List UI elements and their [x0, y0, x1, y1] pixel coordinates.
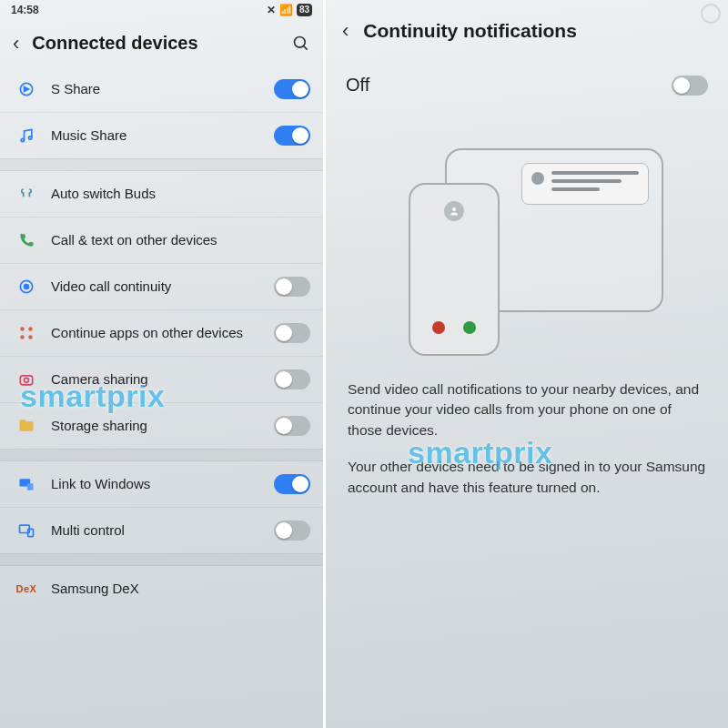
toggle-music-share[interactable] — [274, 126, 310, 146]
battery-icon: 83 — [297, 4, 312, 16]
svg-point-8 — [28, 327, 33, 331]
item-samsung-dex[interactable]: DeX Samsung DeX — [0, 566, 323, 612]
toggle-camera-sharing[interactable] — [274, 369, 310, 389]
item-music-share[interactable]: Music Share — [0, 112, 323, 158]
toggle-continue-apps[interactable] — [274, 323, 310, 343]
corner-circle — [701, 4, 721, 24]
item-label: S Share — [51, 81, 259, 98]
search-icon[interactable] — [292, 35, 310, 53]
phone-graphic — [409, 183, 500, 356]
master-toggle-row[interactable]: Off — [326, 58, 728, 117]
item-label: Video call continuity — [51, 278, 259, 296]
svg-point-4 — [29, 136, 32, 139]
description-p1: Send video call notifications to your ne… — [348, 379, 706, 440]
item-link-windows[interactable]: Link to Windows — [0, 461, 323, 507]
toggle-s-share[interactable] — [274, 79, 310, 99]
windows-icon — [16, 474, 36, 494]
section-divider — [0, 158, 323, 171]
svg-point-6 — [25, 285, 29, 289]
toggle-storage-sharing[interactable] — [274, 416, 310, 436]
illustration — [326, 117, 728, 367]
toggle-link-windows[interactable] — [274, 474, 310, 494]
folder-icon — [16, 416, 36, 436]
status-time: 14:58 — [11, 4, 39, 16]
vibrate-icon: ✕ — [267, 4, 276, 16]
svg-line-1 — [304, 46, 308, 49]
item-label: Continue apps on other devices — [51, 325, 259, 342]
video-icon — [16, 277, 36, 297]
item-label: Call & text on other devices — [51, 232, 310, 249]
item-auto-switch-buds[interactable]: Auto switch Buds — [0, 171, 323, 217]
camera-icon — [16, 369, 36, 389]
notification-graphic — [521, 163, 649, 205]
left-panel: 14:58 ✕ 📶 83 ‹ Connected devices S Share… — [0, 0, 326, 728]
item-label: Camera sharing — [51, 371, 259, 389]
svg-point-3 — [21, 138, 24, 141]
item-label: Auto switch Buds — [51, 186, 310, 203]
svg-point-7 — [20, 327, 25, 331]
toggle-video-continuity[interactable] — [274, 277, 310, 297]
page-title: Continuity notifications — [363, 20, 576, 42]
item-label: Samsung DeX — [51, 581, 310, 598]
avatar-icon — [444, 201, 464, 221]
svg-point-10 — [28, 335, 33, 339]
svg-rect-11 — [20, 376, 32, 385]
description: Send video call notifications to your ne… — [326, 367, 728, 527]
item-continue-apps[interactable]: Continue apps on other devices — [0, 309, 323, 356]
svg-point-17 — [452, 207, 456, 211]
right-header: ‹ Continuity notifications — [326, 0, 728, 58]
svg-point-12 — [25, 378, 29, 382]
svg-rect-14 — [27, 483, 34, 490]
status-icons: ✕ 📶 83 — [267, 4, 312, 16]
item-call-text[interactable]: Call & text on other devices — [0, 217, 323, 263]
back-icon[interactable]: ‹ — [13, 34, 19, 54]
music-icon — [16, 126, 36, 146]
toggle-state-label: Off — [346, 75, 369, 96]
svg-point-9 — [20, 335, 25, 339]
signal-icon: 📶 — [279, 4, 293, 16]
page-title: Connected devices — [32, 33, 279, 54]
item-video-continuity[interactable]: Video call continuity — [0, 263, 323, 309]
back-icon[interactable]: ‹ — [342, 21, 349, 41]
decline-icon — [432, 321, 445, 334]
item-label: Multi control — [51, 522, 259, 540]
section-divider — [0, 553, 323, 566]
phone-icon — [16, 230, 36, 250]
description-p2: Your other devices need to be signed in … — [348, 457, 706, 498]
section-divider — [0, 449, 323, 461]
master-toggle[interactable] — [672, 76, 708, 96]
item-label: Link to Windows — [51, 476, 259, 493]
left-header: ‹ Connected devices — [0, 18, 323, 66]
item-storage-sharing[interactable]: Storage sharing — [0, 402, 323, 449]
apps-icon — [16, 323, 36, 343]
toggle-multi-control[interactable] — [274, 521, 310, 541]
item-camera-sharing[interactable]: Camera sharing — [0, 356, 323, 402]
item-multi-control[interactable]: Multi control — [0, 507, 323, 553]
item-label: Music Share — [51, 127, 259, 145]
share-icon — [16, 79, 36, 99]
svg-point-0 — [295, 36, 306, 47]
status-bar: 14:58 ✕ 📶 83 — [0, 0, 323, 18]
multi-icon — [16, 521, 36, 541]
item-label: Storage sharing — [51, 418, 259, 435]
buds-icon — [16, 184, 36, 204]
dex-icon: DeX — [16, 579, 36, 599]
item-s-share[interactable]: S Share — [0, 66, 323, 112]
right-panel: ‹ Continuity notifications Off Send vide… — [326, 0, 728, 728]
accept-icon — [463, 321, 476, 334]
